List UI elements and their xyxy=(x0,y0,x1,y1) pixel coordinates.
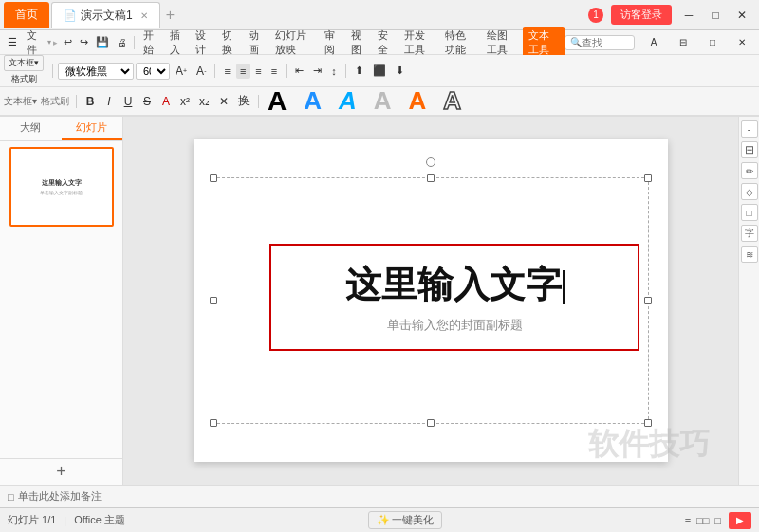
indent-increase-button[interactable]: ⇥ xyxy=(309,63,325,79)
underline-button[interactable]: U xyxy=(120,92,137,111)
sep3 xyxy=(286,64,287,78)
font-style-orange[interactable]: A xyxy=(405,84,431,118)
view-grid-button[interactable]: □ xyxy=(714,515,721,526)
menu-slideshow[interactable]: 幻灯片放映 xyxy=(269,27,319,59)
change-case-button[interactable]: 换 xyxy=(234,92,253,111)
menu-start[interactable]: 开始 xyxy=(138,27,164,59)
handle-tl[interactable] xyxy=(210,174,217,182)
layer-button[interactable]: ⊟ xyxy=(741,141,758,158)
align-right-button[interactable]: ≡ xyxy=(251,64,265,79)
text-frame-button[interactable]: 文本框▾ xyxy=(4,55,44,71)
doc-tab[interactable]: 📄 演示文稿1 ✕ xyxy=(51,2,160,28)
valign-middle-button[interactable]: ⬛ xyxy=(369,63,390,79)
pen-button[interactable]: ✏ xyxy=(741,162,758,179)
menu-view[interactable]: 视图 xyxy=(345,27,372,59)
play-button[interactable]: ▶ xyxy=(729,512,751,529)
toolbar-win-btn3[interactable]: □ xyxy=(699,33,726,52)
slide-thumbnail[interactable]: 这里输入文字 单击输入文字副标题 xyxy=(9,147,114,227)
superscript-button[interactable]: x² xyxy=(176,92,194,111)
align-justify-button[interactable]: ≡ xyxy=(268,64,281,79)
toolbar-print[interactable]: 🖨 xyxy=(113,35,131,50)
line-spacing-button[interactable]: ↕ xyxy=(327,64,341,79)
handle-bm[interactable] xyxy=(427,419,435,427)
font-style-previews: A A A A A A xyxy=(264,84,465,119)
sidebar-tab-outline[interactable]: 大纲 xyxy=(0,117,62,140)
home-tab[interactable]: 首页 xyxy=(4,2,49,28)
bold-button[interactable]: B xyxy=(82,92,99,111)
toolbar-win-btn1[interactable]: A xyxy=(640,33,667,52)
handle-mr[interactable] xyxy=(644,297,652,304)
font-style-light[interactable]: A xyxy=(370,84,396,118)
frame-button[interactable]: □ xyxy=(741,204,758,221)
menu-text-tool[interactable]: 文本工具 xyxy=(523,27,565,59)
font-style-black[interactable]: A xyxy=(264,84,290,119)
add-slide-button[interactable]: + xyxy=(0,458,122,485)
font-size-select[interactable]: 60 xyxy=(136,63,170,80)
toolbar-save[interactable]: 💾 xyxy=(92,34,113,50)
search-input[interactable] xyxy=(582,37,629,48)
align-center-button[interactable]: ≡ xyxy=(236,64,250,79)
italic-button[interactable]: I xyxy=(101,92,118,111)
font-style-outline[interactable]: A xyxy=(439,84,465,118)
handle-tm[interactable] xyxy=(427,174,435,182)
menu-transition[interactable]: 切换 xyxy=(216,27,243,59)
rotate-handle[interactable] xyxy=(426,157,435,167)
font-size-down-button[interactable]: A- xyxy=(193,63,210,80)
beautify-button[interactable]: ✨ 一键美化 xyxy=(368,511,442,529)
align-left-button[interactable]: ≡ xyxy=(220,64,233,79)
close-button[interactable]: ✕ xyxy=(729,6,755,25)
right-panel: - ⊟ ✏ ◇ □ 字 ≋ xyxy=(738,117,759,485)
handle-bl[interactable] xyxy=(210,419,217,427)
font-style-blue-italic[interactable]: A xyxy=(335,84,361,118)
font-style-blue[interactable]: A xyxy=(300,84,325,118)
clear-format-button[interactable]: ✕ xyxy=(215,92,232,111)
minimize-button[interactable]: ─ xyxy=(676,6,702,25)
menu-dev[interactable]: 开发工具 xyxy=(398,27,440,59)
format-brush-button[interactable]: 格式刷 xyxy=(8,71,41,87)
menu-expand-icon[interactable]: ☰ xyxy=(4,34,21,50)
valign-bottom-button[interactable]: ⬇ xyxy=(392,63,408,79)
subtitle-text[interactable]: 单击输入您的封面副标题 xyxy=(290,317,619,334)
handle-ml[interactable] xyxy=(210,297,217,304)
valign-top-button[interactable]: ⬆ xyxy=(351,63,367,79)
sidebar-tab-slides[interactable]: 幻灯片 xyxy=(62,117,123,140)
menu-draw[interactable]: 绘图工具 xyxy=(481,27,523,59)
handle-br[interactable] xyxy=(644,419,652,427)
slide-canvas[interactable]: 这里输入文字 单击输入您的封面副标题 xyxy=(194,139,668,462)
subscript-button[interactable]: x₂ xyxy=(195,92,213,111)
toolbar-win-btn2[interactable]: ⊟ xyxy=(670,33,696,52)
sidebar-slides: 1 这里输入文字 单击输入文字副标题 xyxy=(0,141,122,458)
text-box-selected[interactable]: 这里输入文字 单击输入您的封面副标题 xyxy=(269,244,639,351)
toolbar-undo[interactable]: ↩ xyxy=(60,34,76,50)
add-tab-button[interactable]: + xyxy=(160,7,180,24)
canvas-area[interactable]: 这里输入文字 单击输入您的封面副标题 软件技巧 xyxy=(123,117,738,485)
sep2 xyxy=(214,64,215,78)
menu-security[interactable]: 安全 xyxy=(372,27,398,59)
menu-animation[interactable]: 动画 xyxy=(243,27,269,59)
view-normal-button[interactable]: □□ xyxy=(696,515,709,526)
menu-special[interactable]: 特色功能 xyxy=(439,27,481,59)
menu-design[interactable]: 设计 xyxy=(190,27,216,59)
indent-decrease-button[interactable]: ⇤ xyxy=(291,63,307,79)
text-button[interactable]: 字 xyxy=(741,225,758,242)
doc-close-icon[interactable]: ✕ xyxy=(140,10,148,21)
menu-insert[interactable]: 插入 xyxy=(164,27,191,59)
strikethrough-button[interactable]: S xyxy=(139,92,156,111)
font-color-button[interactable]: A xyxy=(157,92,175,111)
menu-review[interactable]: 审阅 xyxy=(319,27,345,59)
main-text[interactable]: 这里输入文字 xyxy=(290,261,619,309)
handle-tr[interactable] xyxy=(644,174,652,182)
guest-login-button[interactable]: 访客登录 xyxy=(611,5,672,25)
zoom-out-button[interactable]: - xyxy=(741,120,758,138)
note-text[interactable]: 单击此处添加备注 xyxy=(18,489,102,504)
font-family-select[interactable]: 微软雅黑 xyxy=(58,63,134,80)
menu-file[interactable]: 文件 xyxy=(21,27,47,59)
table-button[interactable]: ≋ xyxy=(741,246,758,263)
text-frame-label: 文本框▾ xyxy=(9,57,39,69)
toolbar-redo[interactable]: ↪ xyxy=(76,34,92,50)
toolbar-win-btn4[interactable]: ✕ xyxy=(729,33,755,52)
view-outline-button[interactable]: ≡ xyxy=(685,515,691,526)
font-size-up-button[interactable]: A+ xyxy=(172,63,191,80)
shape-button[interactable]: ◇ xyxy=(741,183,758,200)
maximize-button[interactable]: □ xyxy=(702,6,729,25)
